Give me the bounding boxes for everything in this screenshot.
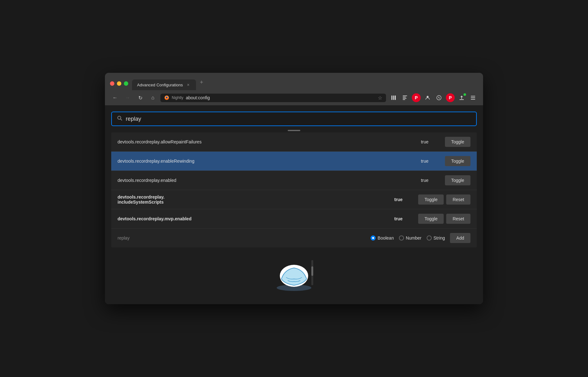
- toggle-button[interactable]: Toggle: [418, 214, 444, 224]
- address-input[interactable]: [186, 95, 375, 100]
- nightly-badge: Nightly: [172, 96, 183, 100]
- boolean-radio[interactable]: Boolean: [371, 235, 394, 241]
- scroll-handle: [288, 130, 300, 131]
- toggle-button[interactable]: Toggle: [445, 175, 470, 185]
- svg-rect-13: [471, 97, 475, 98]
- table-row: devtools.recordreplay.mvp.enabled true T…: [111, 209, 477, 229]
- number-radio[interactable]: Number: [399, 235, 422, 241]
- pinterest-logo: P: [412, 93, 421, 102]
- toggle-button[interactable]: Toggle: [418, 194, 444, 205]
- tab-title: Advanced Configurations: [137, 83, 183, 87]
- home-button[interactable]: ⌂: [148, 93, 158, 103]
- svg-point-15: [118, 116, 121, 119]
- pinterest-button-1[interactable]: P: [411, 93, 421, 103]
- results-table: devtools.recordreplay.allowRepaintFailur…: [111, 132, 477, 247]
- reader-button[interactable]: [400, 93, 410, 103]
- svg-rect-14: [471, 99, 475, 100]
- svg-rect-7: [403, 98, 406, 99]
- pref-value: true: [421, 139, 440, 144]
- menu-button[interactable]: [468, 93, 478, 103]
- firefox-logo-icon: [164, 95, 169, 100]
- svg-rect-6: [403, 97, 406, 97]
- new-tab-button[interactable]: +: [196, 77, 207, 90]
- button-group: Add: [450, 233, 470, 243]
- radio-group: Boolean Number String: [371, 235, 445, 241]
- pref-value: true: [394, 216, 413, 221]
- search-bar: [111, 112, 477, 126]
- svg-rect-3: [393, 96, 394, 100]
- toolbar-icons: P P: [389, 93, 478, 103]
- pref-value: true: [421, 159, 440, 164]
- search-input[interactable]: [126, 116, 471, 122]
- button-group: Toggle: [445, 156, 470, 166]
- nav-bar: ← → ↻ ⌂ Nightly ☆: [105, 90, 483, 105]
- reload-button[interactable]: ↻: [135, 93, 145, 103]
- pref-name: devtools.recordreplay.enableRewinding: [118, 159, 416, 164]
- svg-rect-4: [395, 96, 396, 100]
- sync-button[interactable]: [434, 93, 444, 103]
- svg-point-9: [427, 96, 429, 98]
- minimize-window-button[interactable]: [117, 81, 121, 86]
- string-radio-dot: [427, 235, 432, 241]
- svg-line-16: [121, 119, 122, 121]
- toggle-button[interactable]: Toggle: [445, 137, 470, 147]
- button-group: Toggle: [445, 175, 470, 185]
- forward-button[interactable]: →: [123, 93, 133, 103]
- library-button[interactable]: [389, 93, 399, 103]
- address-bar[interactable]: Nightly ☆: [160, 94, 386, 102]
- table-row: devtools.recordreplay. includeSystemScri…: [111, 190, 477, 209]
- boolean-radio-dot: [371, 235, 376, 241]
- scroll-indicator: [111, 130, 477, 131]
- content-area: devtools.recordreplay.allowRepaintFailur…: [105, 105, 483, 304]
- maximize-window-button[interactable]: [124, 81, 128, 86]
- string-radio[interactable]: String: [427, 235, 445, 241]
- notification-dot: [464, 93, 466, 96]
- mascot-area: [111, 247, 477, 298]
- add-button[interactable]: Add: [450, 233, 470, 243]
- svg-rect-20: [311, 266, 313, 276]
- add-row: replay Boolean Number String: [111, 229, 477, 247]
- firefox-mascot: [262, 254, 326, 292]
- svg-point-1: [166, 97, 168, 98]
- button-group: Toggle Reset: [418, 194, 470, 205]
- tabs-area: Advanced Configurations × +: [132, 77, 478, 90]
- pref-value: true: [394, 197, 413, 202]
- tab-close-button[interactable]: ×: [185, 82, 191, 88]
- svg-rect-11: [459, 99, 464, 100]
- number-label: Number: [406, 235, 422, 241]
- button-group: Toggle: [445, 137, 470, 147]
- new-pref-name: replay: [118, 235, 366, 241]
- svg-rect-2: [391, 96, 392, 100]
- reset-button[interactable]: Reset: [446, 214, 470, 224]
- close-window-button[interactable]: [110, 81, 114, 86]
- table-row: devtools.recordreplay.allowRepaintFailur…: [111, 132, 477, 152]
- pref-name: devtools.recordreplay.enabled: [118, 178, 416, 183]
- pref-name: devtools.recordreplay.mvp.enabled: [118, 216, 389, 221]
- account-button[interactable]: [423, 93, 433, 103]
- pref-name: devtools.recordreplay.allowRepaintFailur…: [118, 139, 416, 144]
- string-label: String: [434, 235, 445, 241]
- number-radio-dot: [399, 235, 404, 241]
- svg-rect-5: [403, 96, 407, 96]
- reset-button[interactable]: Reset: [446, 194, 470, 205]
- back-button[interactable]: ←: [110, 93, 120, 103]
- table-row: devtools.recordreplay.enabled true Toggl…: [111, 171, 477, 190]
- browser-window: Advanced Configurations × + ← → ↻ ⌂ Nigh…: [105, 73, 483, 304]
- traffic-lights: [110, 81, 128, 90]
- active-tab[interactable]: Advanced Configurations ×: [132, 79, 196, 90]
- svg-rect-8: [403, 99, 405, 100]
- svg-rect-12: [471, 96, 475, 96]
- pref-value: true: [421, 178, 440, 183]
- title-bar: Advanced Configurations × +: [105, 73, 483, 90]
- bookmark-icon[interactable]: ☆: [378, 95, 382, 101]
- toggle-button[interactable]: Toggle: [445, 156, 470, 166]
- pinterest-logo-2: P: [446, 93, 455, 102]
- search-icon: [117, 115, 123, 122]
- pref-name: devtools.recordreplay. includeSystemScri…: [118, 194, 389, 205]
- pinterest-button-2[interactable]: P: [445, 93, 455, 103]
- table-row: devtools.recordreplay.enableRewinding tr…: [111, 152, 477, 171]
- boolean-label: Boolean: [378, 235, 394, 241]
- button-group: Toggle Reset: [418, 214, 470, 224]
- upload-button[interactable]: [457, 93, 467, 103]
